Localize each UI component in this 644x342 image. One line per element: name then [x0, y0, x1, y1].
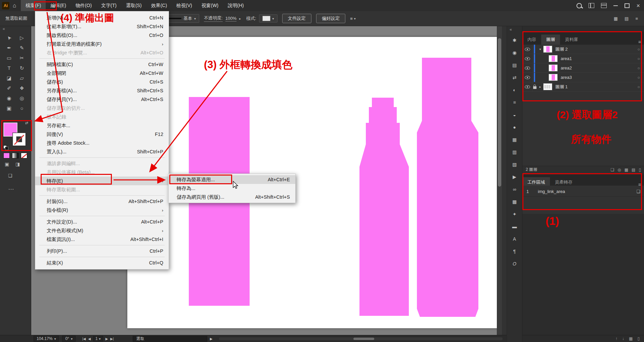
align-panel-icon[interactable]: ≡ [511, 99, 519, 106]
menu-item-export-for-screens[interactable]: 轉存為螢幕適用...Alt+Ctrl+E [169, 175, 295, 184]
paintbrush-tool[interactable]: ✐ [3, 84, 15, 93]
menu-item-place[interactable]: 置入(L)...Shift+Ctrl+P [35, 147, 169, 156]
menu-item-print[interactable]: 列印(P)...Ctrl+P [35, 247, 169, 255]
menu-select[interactable]: 選取(S) [121, 0, 146, 11]
rectangle-tool[interactable]: ▭ [3, 53, 15, 62]
expand-toggle-icon[interactable]: ▾ [537, 47, 543, 51]
home-icon[interactable]: ⌂ [13, 2, 16, 9]
object-thumbnail[interactable] [549, 74, 558, 81]
menu-item-save-for-web[interactable]: 儲存為網頁用 (舊版)...Alt+Shift+Ctrl+S [169, 193, 295, 201]
more-tools-icon[interactable]: … [8, 184, 14, 191]
layer-row-layer2[interactable]: ▾ 圖層 2 ○ [522, 45, 644, 54]
menu-item-open[interactable]: 開啟舊檔(O)...Ctrl+O [35, 31, 169, 40]
transform-panel-icon[interactable]: ⇄ [511, 74, 519, 81]
close-icon[interactable]: × [636, 3, 640, 9]
visibility-toggle[interactable] [522, 63, 532, 72]
chevron-right-icon[interactable]: ▸ [239, 17, 241, 20]
collapse-toolbar-icon[interactable]: « [3, 27, 5, 31]
character-panel-icon[interactable]: A [511, 235, 519, 243]
menu-item-new-from-template[interactable]: 從範本新增(T)...Shift+Ctrl+N [35, 22, 169, 31]
style-dropdown[interactable]: ▾ [259, 14, 277, 22]
blend-tool[interactable]: ◎ [15, 94, 28, 103]
properties-panel-icon[interactable]: ✱ [511, 37, 519, 44]
restore-icon[interactable] [625, 3, 630, 8]
object-name[interactable]: area1 [561, 56, 633, 61]
next-artboard-button[interactable]: ▶ [105, 337, 108, 341]
horizontal-scrollbar[interactable] [219, 337, 503, 340]
menu-file[interactable]: 檔案(F) [21, 0, 46, 11]
screen-mode-icon[interactable]: ❏ [8, 173, 12, 178]
paragraph-panel-icon[interactable]: ¶ [511, 248, 519, 255]
opacity-value[interactable]: 100% [225, 16, 237, 21]
layer-row-layer1[interactable]: ▸ 圖層 1 ○ [522, 82, 644, 92]
menu-item-save-a-copy[interactable]: 儲存拷貝(Y)...Alt+Ctrl+S [35, 95, 169, 104]
actions-panel-icon[interactable]: ▶ [511, 173, 519, 181]
color-panel-icon[interactable]: ▥ [511, 148, 519, 156]
target-icon[interactable]: ○ [633, 47, 644, 52]
selection-tool[interactable]: ➤ [3, 33, 15, 42]
workspace-switcher-icon[interactable] [601, 3, 607, 8]
layer-thumbnail[interactable] [543, 83, 552, 90]
info-panel-icon[interactable]: ◉ [511, 49, 519, 56]
tab-properties[interactable]: 內容 [522, 35, 541, 45]
opacity-label[interactable]: 不透明度: [204, 15, 223, 22]
tab-libraries[interactable]: 資料庫 [560, 35, 583, 45]
prev-artboard-button[interactable]: ◀ [88, 337, 91, 341]
new-layer-icon[interactable]: ▤ [632, 167, 635, 172]
menu-window[interactable]: 視窗(W) [197, 0, 223, 11]
menu-item-save-as-template[interactable]: 另存範本... [35, 121, 169, 130]
delete-layer-icon[interactable]: ▯ [639, 167, 641, 172]
object-name[interactable]: area2 [561, 65, 633, 70]
menu-item-file-info[interactable]: 檔案資訊(I)...Alt+Shift+Ctrl+I [35, 235, 169, 244]
eraser-tool[interactable]: ◪ [3, 74, 15, 83]
slice-tool[interactable]: ✂ [15, 53, 28, 62]
menu-item-close-all[interactable]: 全部關閉Alt+Ctrl+W [35, 69, 169, 78]
artboard-number-dropdown[interactable]: 1 ▾ [93, 336, 103, 341]
menu-item-close[interactable]: 關閉檔案(C)Ctrl+W [35, 60, 169, 69]
graphic-styles-panel-icon[interactable]: ● [511, 124, 519, 131]
zoom-tool[interactable]: ○ [15, 104, 28, 113]
target-icon[interactable]: ○ [633, 66, 644, 70]
rotation-dropdown[interactable]: 0° ▾ [62, 336, 76, 342]
gradient-panel-icon[interactable]: ◐ [511, 86, 519, 94]
symbols-panel-icon[interactable]: ✦ [511, 210, 519, 218]
target-icon[interactable]: ○ [633, 56, 644, 61]
menu-edit[interactable]: 編輯(E) [46, 0, 71, 11]
draw-normal-icon[interactable]: ▣ [5, 161, 9, 167]
shape-builder-tool[interactable]: ❖ [15, 84, 28, 93]
panel-menu-icon[interactable]: ≡ [635, 16, 638, 21]
horizontal-scrollbar-thumb[interactable] [353, 338, 374, 340]
menu-item-search-adobe-stock[interactable]: 搜尋 Adobe Stock... [35, 139, 169, 147]
object-thumbnail[interactable] [549, 55, 558, 62]
layer-row-area1[interactable]: area1 ○ [522, 54, 644, 63]
type-tool[interactable]: T [3, 63, 15, 72]
arrange-rows-icon[interactable]: ▤ [625, 16, 629, 21]
align-dropdown-icon[interactable]: ≡ [350, 16, 353, 21]
minimize-icon[interactable] [613, 5, 618, 6]
first-artboard-button[interactable]: |◀ [82, 337, 86, 341]
menu-view[interactable]: 檢視(V) [172, 0, 197, 11]
menu-item-save-as[interactable]: 另存新檔(A)...Shift+Ctrl+S [35, 86, 169, 95]
artboard-name[interactable]: img_link_area [538, 189, 636, 194]
panel-menu-icon[interactable]: ≡ [638, 39, 644, 45]
tab-layers[interactable]: 圖層 [541, 35, 560, 45]
expand-toggle-icon[interactable]: ▸ [537, 85, 543, 89]
pen-tool[interactable]: ✒ [3, 43, 15, 52]
rotate-tool[interactable]: ↻ [15, 63, 28, 72]
opentype-panel-icon[interactable]: O [511, 260, 519, 267]
layer-name[interactable]: 圖層 2 [555, 46, 633, 52]
artboard-tool[interactable]: ▣ [3, 104, 15, 113]
menu-object[interactable]: 物件(O) [71, 0, 96, 11]
up-arrow-icon[interactable]: ↑ [615, 336, 617, 341]
swap-fill-stroke-icon[interactable]: ⇄ [25, 121, 28, 125]
direct-selection-tool[interactable]: ▷ [15, 33, 28, 42]
object-thumbnail[interactable] [549, 64, 558, 71]
trash-icon[interactable]: ▯ [637, 336, 640, 341]
links-panel-icon[interactable]: ∞ [511, 186, 519, 193]
menu-help[interactable]: 說明(H) [223, 0, 248, 11]
pattern-panel-icon[interactable]: ▩ [511, 198, 519, 205]
vertical-scrollbar[interactable] [497, 26, 502, 335]
target-icon[interactable]: ○ [633, 85, 644, 89]
menu-item-save[interactable]: 儲存(S)Ctrl+S [35, 78, 169, 86]
visibility-toggle[interactable] [522, 73, 532, 82]
